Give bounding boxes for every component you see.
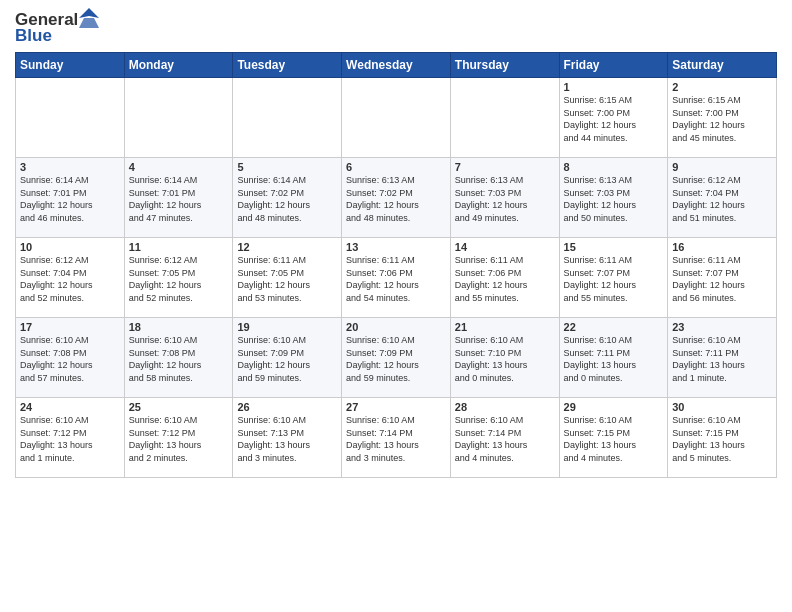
day-header-thursday: Thursday (450, 53, 559, 78)
day-info: Sunrise: 6:12 AM Sunset: 7:05 PM Dayligh… (129, 254, 229, 304)
day-cell: 10Sunrise: 6:12 AM Sunset: 7:04 PM Dayli… (16, 238, 125, 318)
day-cell: 8Sunrise: 6:13 AM Sunset: 7:03 PM Daylig… (559, 158, 668, 238)
day-number: 23 (672, 321, 772, 333)
day-cell: 6Sunrise: 6:13 AM Sunset: 7:02 PM Daylig… (342, 158, 451, 238)
header-row: SundayMondayTuesdayWednesdayThursdayFrid… (16, 53, 777, 78)
day-info: Sunrise: 6:10 AM Sunset: 7:12 PM Dayligh… (20, 414, 120, 464)
day-info: Sunrise: 6:10 AM Sunset: 7:14 PM Dayligh… (455, 414, 555, 464)
day-cell: 7Sunrise: 6:13 AM Sunset: 7:03 PM Daylig… (450, 158, 559, 238)
day-info: Sunrise: 6:10 AM Sunset: 7:11 PM Dayligh… (564, 334, 664, 384)
day-number: 10 (20, 241, 120, 253)
day-number: 6 (346, 161, 446, 173)
day-cell: 29Sunrise: 6:10 AM Sunset: 7:15 PM Dayli… (559, 398, 668, 478)
day-cell (233, 78, 342, 158)
day-cell: 5Sunrise: 6:14 AM Sunset: 7:02 PM Daylig… (233, 158, 342, 238)
day-number: 9 (672, 161, 772, 173)
day-cell: 19Sunrise: 6:10 AM Sunset: 7:09 PM Dayli… (233, 318, 342, 398)
day-info: Sunrise: 6:11 AM Sunset: 7:05 PM Dayligh… (237, 254, 337, 304)
day-header-saturday: Saturday (668, 53, 777, 78)
day-info: Sunrise: 6:13 AM Sunset: 7:03 PM Dayligh… (564, 174, 664, 224)
header: General Blue (15, 10, 777, 46)
day-number: 19 (237, 321, 337, 333)
day-info: Sunrise: 6:10 AM Sunset: 7:08 PM Dayligh… (20, 334, 120, 384)
day-info: Sunrise: 6:11 AM Sunset: 7:07 PM Dayligh… (672, 254, 772, 304)
day-info: Sunrise: 6:10 AM Sunset: 7:10 PM Dayligh… (455, 334, 555, 384)
day-number: 17 (20, 321, 120, 333)
day-number: 26 (237, 401, 337, 413)
day-info: Sunrise: 6:11 AM Sunset: 7:06 PM Dayligh… (346, 254, 446, 304)
day-number: 30 (672, 401, 772, 413)
day-header-monday: Monday (124, 53, 233, 78)
day-number: 11 (129, 241, 229, 253)
week-row-2: 10Sunrise: 6:12 AM Sunset: 7:04 PM Dayli… (16, 238, 777, 318)
day-info: Sunrise: 6:11 AM Sunset: 7:07 PM Dayligh… (564, 254, 664, 304)
day-header-sunday: Sunday (16, 53, 125, 78)
day-cell (342, 78, 451, 158)
day-info: Sunrise: 6:10 AM Sunset: 7:14 PM Dayligh… (346, 414, 446, 464)
day-cell: 23Sunrise: 6:10 AM Sunset: 7:11 PM Dayli… (668, 318, 777, 398)
day-header-tuesday: Tuesday (233, 53, 342, 78)
day-cell: 1Sunrise: 6:15 AM Sunset: 7:00 PM Daylig… (559, 78, 668, 158)
calendar-table: SundayMondayTuesdayWednesdayThursdayFrid… (15, 52, 777, 478)
day-info: Sunrise: 6:14 AM Sunset: 7:01 PM Dayligh… (20, 174, 120, 224)
day-cell: 26Sunrise: 6:10 AM Sunset: 7:13 PM Dayli… (233, 398, 342, 478)
day-number: 21 (455, 321, 555, 333)
day-header-wednesday: Wednesday (342, 53, 451, 78)
day-cell (16, 78, 125, 158)
day-info: Sunrise: 6:13 AM Sunset: 7:03 PM Dayligh… (455, 174, 555, 224)
day-info: Sunrise: 6:10 AM Sunset: 7:09 PM Dayligh… (237, 334, 337, 384)
day-number: 1 (564, 81, 664, 93)
day-cell: 13Sunrise: 6:11 AM Sunset: 7:06 PM Dayli… (342, 238, 451, 318)
week-row-0: 1Sunrise: 6:15 AM Sunset: 7:00 PM Daylig… (16, 78, 777, 158)
day-info: Sunrise: 6:12 AM Sunset: 7:04 PM Dayligh… (672, 174, 772, 224)
day-cell: 28Sunrise: 6:10 AM Sunset: 7:14 PM Dayli… (450, 398, 559, 478)
day-info: Sunrise: 6:13 AM Sunset: 7:02 PM Dayligh… (346, 174, 446, 224)
logo: General Blue (15, 10, 99, 46)
day-number: 18 (129, 321, 229, 333)
day-number: 14 (455, 241, 555, 253)
day-info: Sunrise: 6:11 AM Sunset: 7:06 PM Dayligh… (455, 254, 555, 304)
day-cell: 12Sunrise: 6:11 AM Sunset: 7:05 PM Dayli… (233, 238, 342, 318)
day-cell: 22Sunrise: 6:10 AM Sunset: 7:11 PM Dayli… (559, 318, 668, 398)
day-cell (450, 78, 559, 158)
logo-icon (79, 8, 99, 28)
day-cell: 15Sunrise: 6:11 AM Sunset: 7:07 PM Dayli… (559, 238, 668, 318)
week-row-1: 3Sunrise: 6:14 AM Sunset: 7:01 PM Daylig… (16, 158, 777, 238)
svg-marker-1 (79, 18, 99, 28)
day-cell: 30Sunrise: 6:10 AM Sunset: 7:15 PM Dayli… (668, 398, 777, 478)
day-cell: 20Sunrise: 6:10 AM Sunset: 7:09 PM Dayli… (342, 318, 451, 398)
day-cell (124, 78, 233, 158)
week-row-3: 17Sunrise: 6:10 AM Sunset: 7:08 PM Dayli… (16, 318, 777, 398)
week-row-4: 24Sunrise: 6:10 AM Sunset: 7:12 PM Dayli… (16, 398, 777, 478)
day-cell: 11Sunrise: 6:12 AM Sunset: 7:05 PM Dayli… (124, 238, 233, 318)
day-number: 29 (564, 401, 664, 413)
day-cell: 17Sunrise: 6:10 AM Sunset: 7:08 PM Dayli… (16, 318, 125, 398)
svg-marker-0 (79, 8, 99, 18)
day-cell: 2Sunrise: 6:15 AM Sunset: 7:00 PM Daylig… (668, 78, 777, 158)
page: General Blue SundayMondayTuesdayWednesda… (0, 0, 792, 488)
day-number: 5 (237, 161, 337, 173)
day-number: 2 (672, 81, 772, 93)
day-number: 7 (455, 161, 555, 173)
day-info: Sunrise: 6:14 AM Sunset: 7:02 PM Dayligh… (237, 174, 337, 224)
day-header-friday: Friday (559, 53, 668, 78)
day-cell: 14Sunrise: 6:11 AM Sunset: 7:06 PM Dayli… (450, 238, 559, 318)
day-cell: 25Sunrise: 6:10 AM Sunset: 7:12 PM Dayli… (124, 398, 233, 478)
day-number: 12 (237, 241, 337, 253)
day-cell: 21Sunrise: 6:10 AM Sunset: 7:10 PM Dayli… (450, 318, 559, 398)
day-number: 27 (346, 401, 446, 413)
day-number: 3 (20, 161, 120, 173)
day-cell: 24Sunrise: 6:10 AM Sunset: 7:12 PM Dayli… (16, 398, 125, 478)
day-info: Sunrise: 6:10 AM Sunset: 7:15 PM Dayligh… (672, 414, 772, 464)
day-cell: 18Sunrise: 6:10 AM Sunset: 7:08 PM Dayli… (124, 318, 233, 398)
day-info: Sunrise: 6:15 AM Sunset: 7:00 PM Dayligh… (672, 94, 772, 144)
day-number: 8 (564, 161, 664, 173)
day-info: Sunrise: 6:10 AM Sunset: 7:12 PM Dayligh… (129, 414, 229, 464)
day-info: Sunrise: 6:12 AM Sunset: 7:04 PM Dayligh… (20, 254, 120, 304)
day-info: Sunrise: 6:10 AM Sunset: 7:13 PM Dayligh… (237, 414, 337, 464)
day-cell: 3Sunrise: 6:14 AM Sunset: 7:01 PM Daylig… (16, 158, 125, 238)
day-number: 24 (20, 401, 120, 413)
day-cell: 4Sunrise: 6:14 AM Sunset: 7:01 PM Daylig… (124, 158, 233, 238)
day-info: Sunrise: 6:15 AM Sunset: 7:00 PM Dayligh… (564, 94, 664, 144)
day-info: Sunrise: 6:10 AM Sunset: 7:15 PM Dayligh… (564, 414, 664, 464)
